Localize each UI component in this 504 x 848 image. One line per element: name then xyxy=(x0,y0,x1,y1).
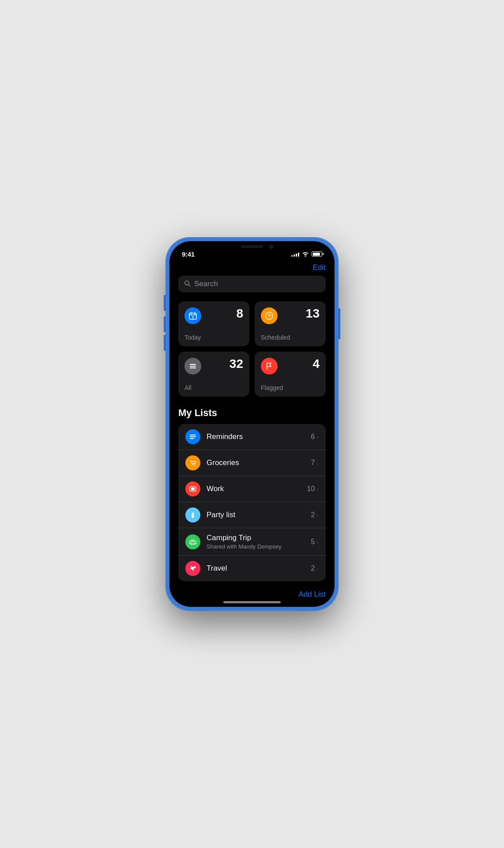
party-info: Party list xyxy=(207,511,305,519)
edit-row: Edit xyxy=(178,261,326,276)
svg-point-17 xyxy=(194,465,195,466)
party-right: 2 › xyxy=(311,511,319,519)
work-right: 10 › xyxy=(307,485,319,493)
groceries-info: Groceries xyxy=(207,458,305,467)
smart-card-scheduled[interactable]: 13 Scheduled xyxy=(255,301,326,346)
phone-screen: 9:41 Edit xyxy=(169,241,335,607)
smart-card-today[interactable]: 8 8 Today xyxy=(178,301,249,346)
travel-info: Travel xyxy=(207,564,305,573)
today-count: 8 xyxy=(236,307,243,321)
reminders-info: Reminders xyxy=(207,432,305,441)
groceries-name: Groceries xyxy=(207,458,305,467)
svg-line-1 xyxy=(188,284,190,286)
camping-count: 5 xyxy=(311,538,315,546)
all-count: 32 xyxy=(229,357,243,371)
signal-icon xyxy=(291,252,299,257)
travel-icon xyxy=(185,561,200,576)
camping-info: Camping Trip Shared with Mandy Dempsey xyxy=(207,534,305,550)
notch xyxy=(219,241,285,254)
camping-right: 5 › xyxy=(311,538,319,546)
travel-chevron: › xyxy=(316,565,319,572)
svg-rect-21 xyxy=(192,517,194,518)
svg-rect-13 xyxy=(190,435,196,435)
list-item-reminders[interactable]: Reminders 6 › xyxy=(178,424,326,450)
groceries-icon xyxy=(185,455,200,470)
travel-name: Travel xyxy=(207,564,305,573)
reminders-right: 6 › xyxy=(311,433,319,441)
groceries-count: 7 xyxy=(311,459,315,467)
flagged-label: Flagged xyxy=(261,384,320,391)
groceries-right: 7 › xyxy=(311,459,319,467)
battery-fill xyxy=(313,253,320,256)
scheduled-count: 13 xyxy=(306,307,320,321)
status-icons xyxy=(291,251,322,257)
all-icon xyxy=(184,358,201,375)
camping-chevron: › xyxy=(316,538,319,545)
scheduled-label: Scheduled xyxy=(261,334,320,341)
list-item-groceries[interactable]: Groceries 7 › xyxy=(178,450,326,476)
travel-right: 2 › xyxy=(311,564,319,572)
today-label: Today xyxy=(184,334,243,341)
svg-rect-11 xyxy=(190,366,196,367)
camping-name: Camping Trip xyxy=(207,534,305,542)
work-chevron: › xyxy=(316,485,319,492)
reminders-chevron: › xyxy=(316,433,319,440)
search-bar[interactable]: Search xyxy=(178,276,326,292)
scheduled-icon xyxy=(261,307,278,324)
svg-rect-12 xyxy=(190,367,196,368)
svg-rect-20 xyxy=(192,516,194,517)
reminders-name: Reminders xyxy=(207,432,305,441)
list-item-camping[interactable]: Camping Trip Shared with Mandy Dempsey 5… xyxy=(178,528,326,556)
smart-card-flagged[interactable]: 4 Flagged xyxy=(255,352,326,397)
reminders-count: 6 xyxy=(311,433,315,441)
camping-subtitle: Shared with Mandy Dempsey xyxy=(207,543,305,550)
svg-rect-15 xyxy=(190,438,194,439)
party-chevron: › xyxy=(316,511,319,519)
list-item-party[interactable]: Party list 2 › xyxy=(178,502,326,528)
speaker xyxy=(241,246,263,248)
party-count: 2 xyxy=(311,511,315,519)
camera xyxy=(269,245,274,249)
flagged-count: 4 xyxy=(312,357,320,371)
work-count: 10 xyxy=(307,485,315,493)
reminders-icon xyxy=(185,429,200,444)
search-placeholder: Search xyxy=(194,280,218,288)
smart-lists-grid: 8 8 Today 13 Scheduled xyxy=(178,301,326,397)
list-item-travel[interactable]: Travel 2 › xyxy=(178,556,326,581)
svg-rect-19 xyxy=(191,488,195,490)
edit-button[interactable]: Edit xyxy=(313,263,326,272)
svg-rect-14 xyxy=(190,436,196,437)
today-icon: 8 xyxy=(184,307,201,324)
my-lists-title: My Lists xyxy=(178,407,326,419)
svg-point-16 xyxy=(192,465,193,466)
home-indicator xyxy=(223,601,281,603)
lists-container: Reminders 6 › xyxy=(178,424,326,581)
work-icon xyxy=(185,481,200,496)
svg-point-24 xyxy=(191,543,192,544)
all-label: All xyxy=(184,384,243,391)
svg-rect-10 xyxy=(190,364,196,365)
work-info: Work xyxy=(207,485,301,493)
svg-text:8: 8 xyxy=(192,316,194,319)
wifi-icon xyxy=(302,251,309,257)
party-name: Party list xyxy=(207,511,305,519)
camping-icon xyxy=(185,534,200,549)
travel-count: 2 xyxy=(311,564,315,572)
list-item-work[interactable]: Work 10 › xyxy=(178,476,326,502)
work-name: Work xyxy=(207,485,301,493)
svg-point-25 xyxy=(194,543,195,544)
main-content: Edit Search xyxy=(169,261,335,607)
add-list-button[interactable]: Add List xyxy=(299,590,326,599)
smart-card-all[interactable]: 32 All xyxy=(178,352,249,397)
groceries-chevron: › xyxy=(316,459,319,466)
party-icon xyxy=(185,507,200,522)
search-icon xyxy=(184,280,191,288)
flagged-icon xyxy=(261,358,278,375)
phone-frame: 9:41 Edit xyxy=(166,238,338,610)
status-time: 9:41 xyxy=(182,250,195,258)
battery-icon xyxy=(312,251,322,257)
